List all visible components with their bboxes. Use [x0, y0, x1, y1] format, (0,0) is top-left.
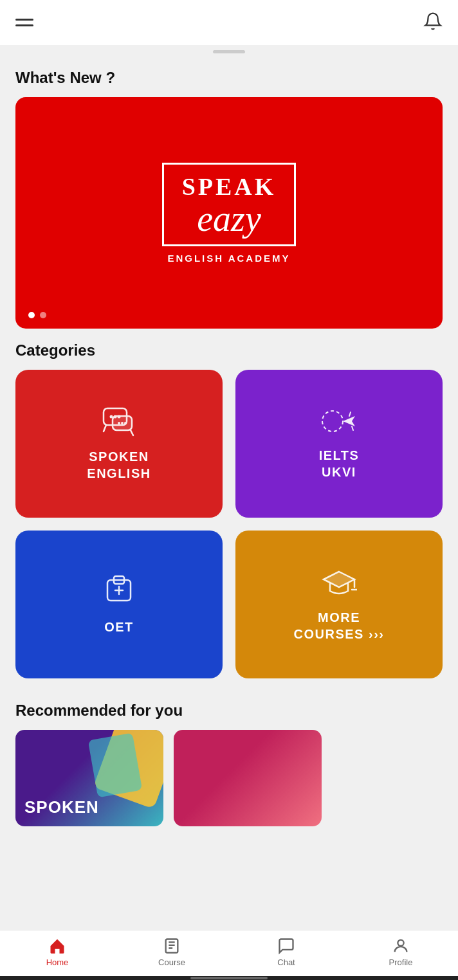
svg-point-6	[121, 422, 124, 424]
categories-title: Categories	[15, 341, 443, 359]
category-spoken-english[interactable]: SPOKENENGLISH	[15, 370, 223, 518]
svg-point-12	[398, 940, 403, 946]
svg-point-8	[322, 411, 343, 431]
recommended-scroll: SPOKEN	[15, 730, 443, 826]
categories-grid: SPOKENENGLISH IELTSUKVI	[15, 370, 443, 678]
nav-chat[interactable]: Chat	[261, 937, 312, 967]
recommended-section: Recommended for you SPOKEN	[15, 702, 443, 826]
banner-subtitle: ENGLISH ACADEMY	[167, 253, 290, 264]
nav-home[interactable]: Home	[32, 937, 83, 967]
banner-speak-text: SPEAK	[182, 172, 277, 201]
dot-1[interactable]	[28, 312, 35, 318]
menu-icon[interactable]	[15, 19, 33, 26]
banner-dots	[28, 312, 46, 318]
rec-spoken-label: SPOKEN	[24, 797, 99, 817]
nav-profile[interactable]: Profile	[375, 937, 426, 967]
svg-point-7	[124, 422, 127, 424]
nav-profile-label: Profile	[389, 957, 413, 967]
banner-logo: SPEAK eazy ENGLISH ACADEMY	[162, 163, 297, 264]
category-ielts-ukvi[interactable]: IELTSUKVI	[235, 370, 443, 518]
medical-icon	[102, 574, 136, 610]
dot-2[interactable]	[40, 312, 46, 318]
category-more-courses[interactable]: MORECOURSES ›››	[235, 531, 443, 678]
svg-point-5	[118, 422, 120, 424]
home-indicator	[190, 977, 268, 979]
banner-eazy-text: eazy	[182, 201, 277, 237]
graduation-icon	[321, 567, 357, 600]
notification-icon[interactable]	[423, 12, 443, 33]
spoken-english-label: SPOKENENGLISH	[87, 448, 151, 482]
scroll-indicator-bar	[0, 45, 458, 56]
rec-card-spoken[interactable]: SPOKEN	[15, 730, 163, 826]
recommended-title: Recommended for you	[15, 702, 443, 720]
bottom-navigation: Home Course Chat Profile	[0, 930, 458, 980]
more-courses-label: MORECOURSES ›››	[294, 609, 385, 642]
nav-course[interactable]: Course	[146, 937, 197, 967]
nav-home-label: Home	[46, 957, 69, 967]
ielts-ukvi-label: IELTSUKVI	[319, 447, 360, 480]
chat-bubbles-icon	[101, 406, 137, 439]
rec-card-second[interactable]	[174, 730, 322, 826]
nav-chat-label: Chat	[277, 957, 295, 967]
oet-label: OET	[104, 619, 134, 635]
main-content: What's New ? SPEAK eazy ENGLISH ACADEMY …	[0, 69, 458, 903]
top-bar	[0, 0, 458, 45]
banner-carousel[interactable]: SPEAK eazy ENGLISH ACADEMY	[15, 97, 443, 329]
nav-course-label: Course	[158, 957, 185, 967]
phone-bottom-bar	[0, 976, 458, 980]
plane-icon	[320, 407, 358, 438]
whats-new-title: What's New ?	[15, 69, 443, 87]
banner-logo-box: SPEAK eazy	[162, 163, 297, 246]
category-oet[interactable]: OET	[15, 531, 223, 678]
